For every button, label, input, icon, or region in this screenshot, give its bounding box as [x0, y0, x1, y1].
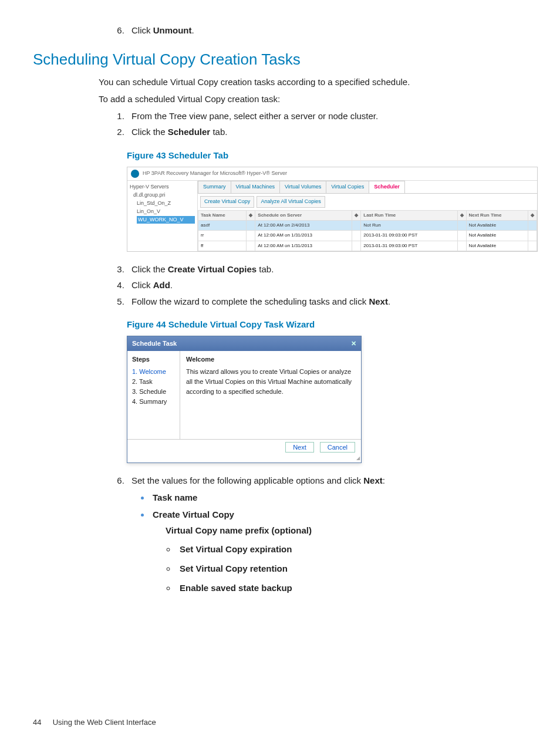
wizard-step-task[interactable]: 2. Task	[132, 377, 175, 387]
col-last-run[interactable]: Last Run Time	[361, 210, 457, 220]
intro-para-2: To add a scheduled Virtual Copy creation…	[33, 92, 527, 106]
welcome-text: This wizard allows you to create Virtual…	[186, 367, 355, 397]
figure-43-caption: Figure 43 Scheduler Tab	[33, 148, 527, 162]
opt-task-name: Task name	[150, 491, 527, 504]
step-1: From the Tree view pane, select either a…	[127, 109, 527, 123]
close-icon[interactable]: ✕	[351, 339, 356, 349]
opt-prefix: Virtual Copy name prefix (optional)	[166, 524, 527, 537]
step-2: Click the Scheduler tab.	[127, 125, 527, 139]
step-5: Follow the wizard to complete the schedu…	[127, 295, 527, 308]
col-sort-icon[interactable]: ◆	[457, 210, 466, 220]
options-list: Task name Create Virtual Copy Virtual Co…	[33, 491, 527, 595]
cancel-button[interactable]: Cancel	[320, 442, 355, 453]
tree-pane[interactable]: Hyper-V Servers dl.dl.group.pri Lin_Std_…	[127, 181, 198, 251]
create-virtual-copy-button[interactable]: Create Virtual Copy	[200, 196, 254, 208]
resize-grip-icon[interactable]: ◢	[127, 455, 361, 462]
step-unmount: Click Unmount.	[127, 23, 527, 37]
steps-heading: Steps	[132, 355, 175, 364]
opt-saved-state: Enable saved state backup	[176, 581, 527, 595]
tab-vvolumes[interactable]: Virtual Volumes	[279, 181, 326, 193]
app-title: HP 3PAR Recovery Manager for Microsoft® …	[143, 170, 287, 178]
dialog-footer: Next Cancel	[127, 439, 361, 455]
wizard-content-pane: Welcome This wizard allows you to create…	[180, 351, 361, 439]
task-table: Task Name ◆ Schedule on Server ◆ Last Ru…	[198, 210, 537, 252]
wizard-steps-pane: Steps 1. Welcome 2. Task 3. Schedule 4. …	[127, 351, 180, 439]
analyze-all-button[interactable]: Analyze All Virtual Copies	[257, 196, 325, 208]
app-header: HP 3PAR Recovery Manager for Microsoft® …	[127, 167, 537, 181]
toolbar: Create Virtual Copy Analyze All Virtual …	[198, 194, 537, 210]
step-4: Click Add.	[127, 278, 527, 292]
tab-vcopies[interactable]: Virtual Copies	[326, 181, 369, 193]
wizard-step-welcome[interactable]: 1. Welcome	[132, 367, 175, 377]
tab-summary[interactable]: Summary	[198, 181, 231, 193]
steps-list-a: From the Tree view pane, select either a…	[33, 109, 527, 139]
tree-item-selected[interactable]: WU_WORK_NO_V	[137, 216, 195, 224]
opt-expiration: Set Virtual Copy expiration	[176, 542, 527, 556]
dialog-titlebar[interactable]: Schedule Task ✕	[127, 336, 361, 351]
sub-options-list: Set Virtual Copy expiration Set Virtual …	[153, 542, 527, 595]
welcome-heading: Welcome	[186, 355, 355, 364]
tree-root[interactable]: Hyper-V Servers	[130, 183, 195, 191]
wizard-step-schedule[interactable]: 3. Schedule	[132, 387, 175, 397]
hp-logo-icon	[131, 170, 139, 178]
content-pane: Summary Virtual Machines Virtual Volumes…	[198, 181, 537, 251]
steps-list-c: Set the values for the following applica…	[33, 474, 527, 487]
col-next-run[interactable]: Next Run Time	[466, 210, 528, 220]
section-title: Scheduling Virtual Copy Creation Tasks	[33, 48, 527, 71]
opt-create-vc: Create Virtual Copy Virtual Copy name pr…	[150, 508, 527, 595]
figure-44-caption: Figure 44 Schedule Virtual Copy Task Wiz…	[33, 318, 527, 331]
col-task-name[interactable]: Task Name	[198, 210, 247, 220]
opt-retention: Set Virtual Copy retention	[176, 562, 527, 575]
col-schedule[interactable]: Schedule on Server	[255, 210, 352, 220]
tab-bar: Summary Virtual Machines Virtual Volumes…	[198, 181, 537, 194]
intro-para-1: You can schedule Virtual Copy creation t…	[33, 75, 527, 89]
step-6: Set the values for the following applica…	[127, 474, 527, 487]
col-sort-icon[interactable]: ◆	[352, 210, 361, 220]
table-row[interactable]: asdf At 12:00 AM on 2/4/2013 Not Run Not…	[198, 221, 537, 231]
pre-section-list: Click Unmount.	[33, 23, 527, 37]
tree-group[interactable]: dl.dl.group.pri	[130, 191, 195, 200]
tab-vmachines[interactable]: Virtual Machines	[231, 181, 280, 193]
col-sort-icon[interactable]: ◆	[247, 210, 255, 220]
dialog-title: Schedule Task	[132, 339, 177, 349]
step-3: Click the Create Virtual Copies tab.	[127, 262, 527, 276]
figure-43: HP 3PAR Recovery Manager for Microsoft® …	[127, 167, 538, 252]
tree-item[interactable]: Lin_Std_On_Z	[130, 200, 195, 208]
table-row[interactable]: ff At 12:00 AM on 1/31/2013 2013-01-31 0…	[198, 241, 537, 251]
next-button[interactable]: Next	[285, 442, 314, 453]
wizard-step-summary[interactable]: 4. Summary	[132, 397, 175, 407]
tab-scheduler[interactable]: Scheduler	[369, 181, 405, 193]
tree-item[interactable]: Lin_On_V	[130, 208, 195, 216]
figure-44-dialog: Schedule Task ✕ Steps 1. Welcome 2. Task…	[127, 336, 362, 463]
col-sort-icon[interactable]: ◆	[528, 210, 537, 220]
table-row[interactable]: rr At 12:00 AM on 1/31/2013 2013-01-31 0…	[198, 231, 537, 241]
steps-list-b: Click the Create Virtual Copies tab. Cli…	[33, 262, 527, 308]
